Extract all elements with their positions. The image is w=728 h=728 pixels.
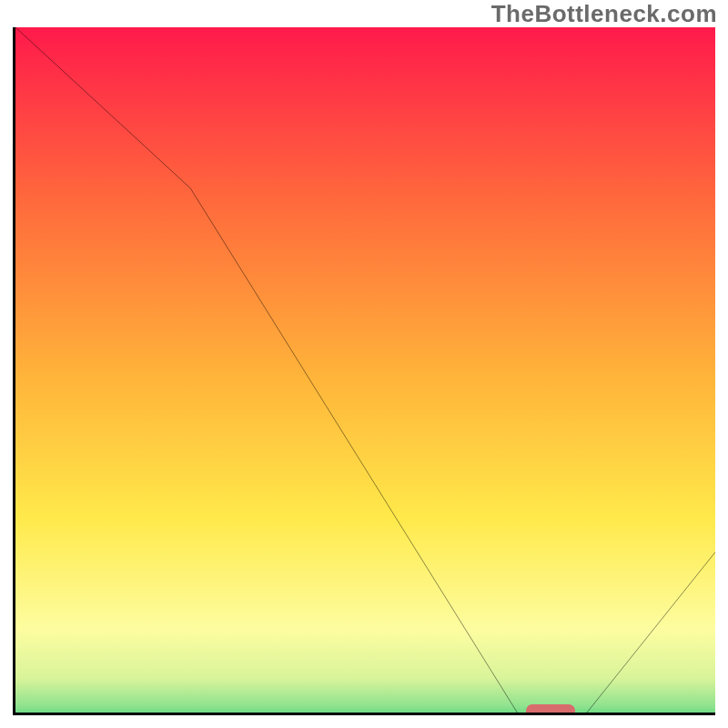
chart-stage: TheBottleneck.com xyxy=(0,0,728,728)
watermark-text: TheBottleneck.com xyxy=(491,0,717,28)
plot-area xyxy=(13,27,715,715)
optimal-range-marker xyxy=(526,704,575,715)
svg-rect-0 xyxy=(15,27,715,715)
background-gradient xyxy=(15,27,715,715)
